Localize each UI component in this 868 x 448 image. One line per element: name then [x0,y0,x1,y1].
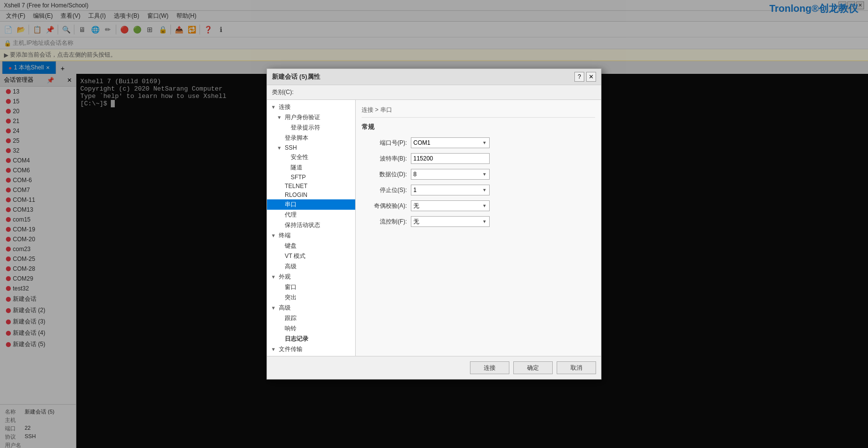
tree-panel: ▼ 连接 ▼ 用户身份验证 登录提示符 登录脚本 ▼ [267,100,356,356]
data-select-wrapper: 5 6 7 8 [411,169,490,180]
section-title: 常规 [362,123,595,131]
form-row-data: 数据位(D): 5 6 7 8 [362,169,595,180]
tree-label-advanced-term: 高级 [285,262,297,271]
stop-select[interactable]: 1 1.5 2 [411,185,490,195]
dialog-category-row: 类别(C): [267,85,601,100]
tree-item-xymodem[interactable]: X/YMODEM [267,354,355,356]
dialog-titlebar-controls: ? ✕ [574,72,596,82]
tree-item-connection[interactable]: ▼ 连接 [267,102,355,112]
tree-label-keepalive: 保持活动状态 [285,221,320,229]
expander-terminal[interactable]: ▼ [271,233,277,238]
dialog-overlay: 新建会话 (5)属性 ? ✕ 类别(C): ▼ 连接 ▼ 用户身份 [0,0,868,448]
tree-label-keyboard: 键盘 [285,242,297,250]
tree-label-filetransfer: 文件传输 [279,345,302,353]
cancel-button[interactable]: 取消 [557,361,596,374]
expander-connection[interactable]: ▼ [271,104,277,110]
tree-item-telnet[interactable]: TELNET [267,182,355,191]
dialog-titlebar: 新建会话 (5)属性 ? ✕ [267,69,601,85]
tree-label-vt: VT 模式 [285,252,305,260]
tree-item-security[interactable]: 安全性 [267,152,355,162]
tree-label-advanced: 高级 [279,304,291,312]
tree-item-tunnel[interactable]: 隧道 [267,162,355,173]
tree-item-auth[interactable]: ▼ 用户身份验证 [267,112,355,123]
tree-label-logging: 日志记录 [285,335,308,343]
port-select[interactable]: COM1 COM2 COM3 COM4 [411,137,490,148]
tree-item-advanced[interactable]: ▼ 高级 [267,303,355,313]
data-label: 数据位(D): [362,170,411,179]
tree-item-vt[interactable]: VT 模式 [267,251,355,261]
tree-item-window[interactable]: 窗口 [267,282,355,292]
baud-label: 波特率(B): [362,155,411,163]
dialog-close-button[interactable]: ✕ [586,72,596,82]
parity-label: 奇偶校验(A): [362,202,411,210]
dialog-title: 新建会话 (5)属性 [272,72,320,81]
tree-label-rlogin: RLOGIN [285,192,307,198]
tree-item-serial[interactable]: 串口 [267,199,355,210]
tree-item-login-prompt[interactable]: 登录提示符 [267,123,355,133]
tree-item-proxy[interactable]: 代理 [267,210,355,220]
tree-label-login-prompt: 登录提示符 [291,124,320,132]
tree-item-logging[interactable]: 日志记录 [267,334,355,344]
tree-item-keepalive[interactable]: 保持活动状态 [267,220,355,230]
tree-label-proxy: 代理 [285,211,297,219]
tree-item-advanced-term[interactable]: 高级 [267,261,355,272]
breadcrumb: 连接 > 串口 [362,106,595,118]
category-label: 类别(C): [272,89,294,96]
connect-button[interactable]: 连接 [470,361,509,374]
expander-appearance[interactable]: ▼ [271,274,277,280]
dialog-body: ▼ 连接 ▼ 用户身份验证 登录提示符 登录脚本 ▼ [267,100,601,356]
stop-label: 停止位(S): [362,186,411,194]
tree-label-trace: 跟踪 [285,314,297,322]
dialog-footer: 连接 确定 取消 [267,356,601,379]
tree-label-terminal: 终端 [279,231,291,240]
stop-select-wrapper: 1 1.5 2 [411,185,490,195]
expander-ssh[interactable]: ▼ [277,145,283,151]
data-select[interactable]: 5 6 7 8 [411,169,490,180]
tree-label-connection: 连接 [279,103,291,111]
tree-item-highlight[interactable]: 突出 [267,292,355,303]
tree-label-highlight: 突出 [285,293,297,302]
tree-label-xymodem: X/YMODEM [285,355,317,356]
form-row-port: 端口号(P): COM1 COM2 COM3 COM4 [362,137,595,148]
tree-label-bell: 响铃 [285,324,297,333]
tree-item-rlogin[interactable]: RLOGIN [267,191,355,199]
tree-label-appearance: 外观 [279,273,291,281]
dialog: 新建会话 (5)属性 ? ✕ 类别(C): ▼ 连接 ▼ 用户身份 [267,68,601,380]
tree-label-sftp: SFTP [291,174,306,181]
tree-label-security: 安全性 [291,153,308,161]
flow-label: 流控制(F): [362,218,411,226]
tree-item-login-script[interactable]: 登录脚本 [267,133,355,143]
tree-item-bell[interactable]: 响铃 [267,323,355,334]
tree-label-auth: 用户身份验证 [285,113,320,122]
tree-item-appearance[interactable]: ▼ 外观 [267,272,355,282]
tree-label-window: 窗口 [285,283,297,291]
content-panel: 连接 > 串口 常规 端口号(P): COM1 COM2 COM3 COM4 [356,100,601,356]
flow-select[interactable]: 无 XON/XOFF RTS/CTS [411,216,490,227]
tree-item-keyboard[interactable]: 键盘 [267,241,355,251]
tree-item-trace[interactable]: 跟踪 [267,313,355,323]
tree-label-login-script: 登录脚本 [285,134,308,142]
parity-select[interactable]: 无 奇 偶 [411,200,490,211]
form-row-flow: 流控制(F): 无 XON/XOFF RTS/CTS [362,216,595,227]
form-row-stop: 停止位(S): 1 1.5 2 [362,185,595,195]
tree-item-terminal[interactable]: ▼ 终端 [267,230,355,241]
port-select-wrapper: COM1 COM2 COM3 COM4 [411,137,490,148]
tree-item-ssh[interactable]: ▼ SSH [267,143,355,152]
parity-select-wrapper: 无 奇 偶 [411,200,490,211]
baud-input[interactable] [411,153,490,164]
expander-filetransfer[interactable]: ▼ [271,347,277,352]
tree-item-filetransfer[interactable]: ▼ 文件传输 [267,344,355,354]
flow-select-wrapper: 无 XON/XOFF RTS/CTS [411,216,490,227]
tree-label-telnet: TELNET [285,183,307,190]
ok-button[interactable]: 确定 [513,361,553,374]
port-label: 端口号(P): [362,139,411,147]
tree-label-serial: 串口 [285,200,297,209]
expander-auth[interactable]: ▼ [277,115,283,120]
tree-label-ssh: SSH [285,144,297,151]
dialog-help-button[interactable]: ? [574,72,584,82]
expander-advanced[interactable]: ▼ [271,305,277,311]
form-row-parity: 奇偶校验(A): 无 奇 偶 [362,200,595,211]
tree-label-tunnel: 隧道 [291,163,302,172]
form-row-baud: 波特率(B): [362,153,595,164]
tree-item-sftp[interactable]: SFTP [267,173,355,182]
